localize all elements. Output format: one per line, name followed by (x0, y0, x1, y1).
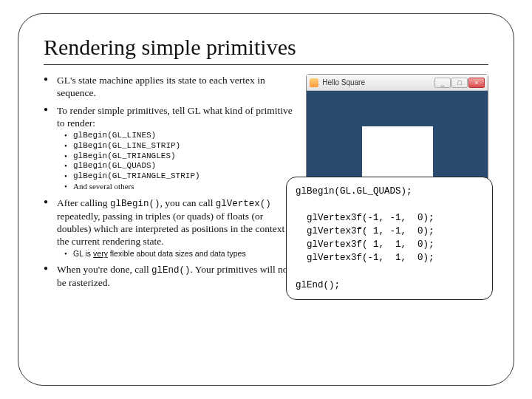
window-title-text: Hello Square (322, 78, 365, 86)
sub-item-2: glBegin(GL_LINE_STRIP) (57, 141, 299, 151)
bullet-3: After calling glBegin(), you can call gl… (44, 197, 299, 259)
window-caption-buttons: _ □ × (434, 78, 485, 88)
b3-sub-underline: very (93, 249, 108, 258)
bullet-1: GL's state machine applies its state to … (44, 74, 299, 100)
b3-sub-pre: GL is (73, 249, 93, 258)
content-columns: GL's state machine applies its state to … (44, 74, 488, 294)
minimize-button[interactable]: _ (434, 78, 451, 88)
bullet-2-text: To render simple primitives, tell GL wha… (57, 105, 293, 129)
sub-item-4: glBegin(GL_QUADS) (57, 161, 299, 171)
right-column: Hello Square _ □ × glBegin(GL.GL_QUADS);… (306, 74, 488, 294)
close-button[interactable]: × (468, 78, 485, 88)
bullet-3-mid: , you can call (160, 197, 216, 208)
bullet-2-sublist: glBegin(GL_LINES) glBegin(GL_LINE_STRIP)… (57, 131, 299, 192)
title-divider (44, 64, 488, 65)
slide-title: Rendering simple primitives (44, 35, 488, 60)
bullet-3-sublist: GL is very flexible about data sizes and… (57, 249, 299, 259)
bullet-4: When you're done, call glEnd(). Your pri… (44, 263, 299, 289)
bullet-1-text: GL's state machine applies its state to … (57, 75, 265, 98)
cup-icon (310, 78, 318, 87)
bullet-2: To render simple primitives, tell GL wha… (44, 104, 299, 192)
bullet-list: GL's state machine applies its state to … (44, 74, 299, 290)
bullet-3-pre: After calling (57, 197, 110, 208)
bullet-4-code: glEnd() (151, 265, 191, 276)
bullet-3-post: repeatedly, passing in triples (or quads… (57, 211, 296, 248)
sub-item-1: glBegin(GL_LINES) (57, 131, 299, 141)
maximize-button[interactable]: □ (451, 78, 468, 88)
slide-frame: Rendering simple primitives GL's state m… (18, 13, 514, 386)
code-example: glBegin(GL.GL_QUADS); glVertex3f(-1, -1,… (286, 177, 493, 300)
left-column: GL's state machine applies its state to … (44, 74, 299, 294)
sub-item-5: glBegin(GL_TRIANGLE_STRIP) (57, 171, 299, 182)
sub-item-3: glBegin(GL_TRIANGLES) (57, 151, 299, 162)
b3-sub-post: flexible about data sizes and data types (108, 249, 246, 258)
bullet-4-pre: When you're done, call (57, 264, 151, 275)
sub-item-6: And several others (57, 182, 299, 192)
bullet-3-code1: glBegin() (110, 199, 160, 209)
window-titlebar: Hello Square _ □ × (307, 75, 488, 91)
bullet-3-sub: GL is very flexible about data sizes and… (57, 249, 299, 259)
bullet-3-code2: glVertex() (216, 199, 271, 209)
